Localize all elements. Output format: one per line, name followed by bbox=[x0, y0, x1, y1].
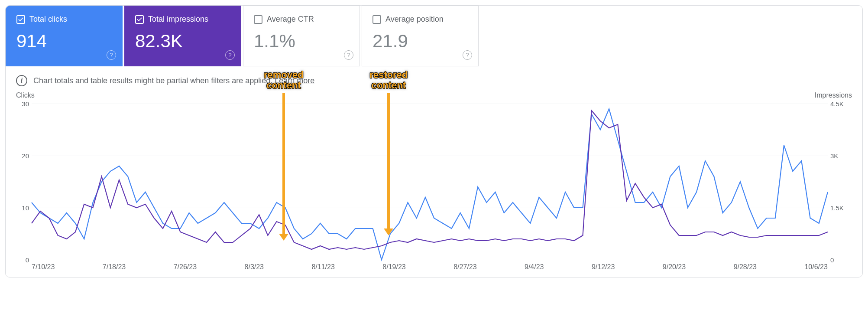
y-tick-right: 1.5K bbox=[830, 204, 852, 212]
metric-label: Average position bbox=[385, 15, 444, 24]
metric-value: 21.9 bbox=[372, 31, 468, 52]
notice-text: Chart totals and table results might be … bbox=[33, 76, 272, 85]
checkbox-icon bbox=[16, 15, 25, 24]
metric-average-position[interactable]: Average position 21.9 ? bbox=[362, 6, 479, 66]
help-icon[interactable]: ? bbox=[107, 50, 116, 60]
y-tick-right: 3K bbox=[830, 152, 852, 160]
partial-data-notice: i Chart totals and table results might b… bbox=[6, 66, 862, 86]
metric-value: 914 bbox=[16, 31, 112, 52]
help-icon[interactable]: ? bbox=[463, 50, 472, 60]
x-tick: 9/20/23 bbox=[663, 263, 686, 271]
metric-average-ctr[interactable]: Average CTR 1.1% ? bbox=[243, 6, 360, 66]
x-tick: 8/11/23 bbox=[311, 263, 334, 271]
performance-card: Total clicks 914 ? Total impressions 82.… bbox=[5, 5, 863, 278]
metric-total-impressions[interactable]: Total impressions 82.3K ? bbox=[124, 6, 241, 66]
plot-area[interactable]: 304.5K203K101.5K00 bbox=[32, 104, 828, 260]
checkbox-icon bbox=[372, 15, 381, 24]
info-icon: i bbox=[16, 75, 27, 86]
y-tick-left: 30 bbox=[16, 100, 29, 108]
x-tick: 9/4/23 bbox=[525, 263, 544, 271]
y-tick-left: 20 bbox=[16, 152, 29, 160]
y-tick-left: 10 bbox=[16, 204, 29, 212]
x-tick: 9/12/23 bbox=[592, 263, 615, 271]
x-tick: 9/28/23 bbox=[734, 263, 757, 271]
x-tick: 7/18/23 bbox=[103, 263, 126, 271]
metrics-row: Total clicks 914 ? Total impressions 82.… bbox=[6, 6, 862, 66]
performance-chart: Clicks Impressions 304.5K203K101.5K00 7/… bbox=[6, 104, 862, 271]
y-axis-right-label: Impressions bbox=[815, 91, 852, 99]
metric-label: Total impressions bbox=[148, 15, 208, 24]
x-tick: 8/27/23 bbox=[453, 263, 476, 271]
learn-more-link[interactable]: Learn more bbox=[275, 76, 314, 85]
metric-value: 82.3K bbox=[135, 31, 230, 52]
y-tick-right: 0 bbox=[830, 256, 852, 264]
checkbox-icon bbox=[135, 15, 144, 24]
clicks-line bbox=[32, 109, 828, 260]
metric-label: Total clicks bbox=[29, 15, 67, 24]
help-icon[interactable]: ? bbox=[344, 50, 353, 60]
x-tick: 8/3/23 bbox=[245, 263, 264, 271]
x-tick: 10/6/23 bbox=[804, 263, 827, 271]
impressions-line bbox=[32, 111, 828, 249]
metric-total-clicks[interactable]: Total clicks 914 ? bbox=[6, 6, 123, 66]
x-tick: 7/26/23 bbox=[174, 263, 197, 271]
checkbox-icon bbox=[254, 15, 262, 24]
y-axis-left-label: Clicks bbox=[16, 91, 35, 99]
metric-value: 1.1% bbox=[254, 31, 349, 52]
x-tick: 7/10/23 bbox=[32, 263, 55, 271]
help-icon[interactable]: ? bbox=[225, 50, 235, 60]
x-axis: 7/10/237/18/237/26/238/3/238/11/238/19/2… bbox=[32, 263, 828, 271]
y-tick-right: 4.5K bbox=[830, 100, 852, 108]
metric-label: Average CTR bbox=[267, 15, 314, 24]
y-tick-left: 0 bbox=[16, 256, 29, 264]
x-tick: 8/19/23 bbox=[382, 263, 405, 271]
